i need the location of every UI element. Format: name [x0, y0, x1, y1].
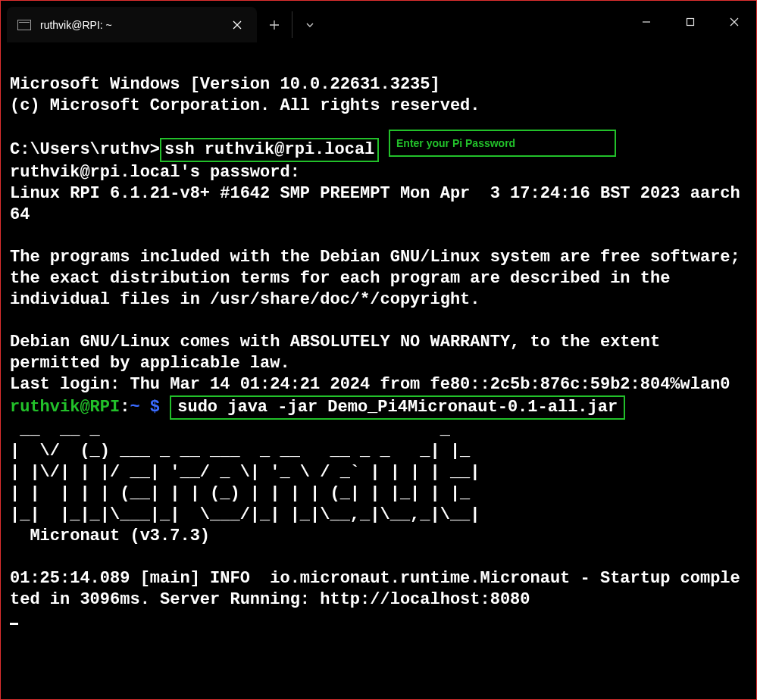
terminal-line: Microsoft Windows [Version 10.0.22631.32… [10, 75, 440, 94]
terminal-line: (c) Microsoft Corporation. All rights re… [10, 96, 480, 115]
plus-icon [269, 20, 280, 30]
terminal-cursor [10, 623, 18, 625]
close-window-button[interactable] [712, 1, 756, 42]
chevron-down-icon [305, 20, 314, 30]
motd-line: The programs included with the Debian GN… [10, 248, 740, 267]
ascii-banner-line: |_| |_|_|\___|_| \___/|_| |_|\__,_|\__,_… [10, 505, 480, 524]
close-icon [233, 20, 242, 30]
ascii-banner-line: | | | | | (__| | | (_) | | | | (_| | |_|… [10, 484, 480, 503]
java-command-highlight: sudo java -jar Demo_Pi4Micronaut-0.1-all… [170, 395, 625, 420]
ssh-command: ssh ruthvik@rpi.local [164, 140, 374, 159]
ascii-banner-line: Micronaut (v3.7.3) [10, 527, 210, 545]
tab-title: ruthvik@RPI: ~ [40, 19, 112, 31]
maximize-icon [686, 17, 695, 27]
password-annotation: Enter your Pi Password [389, 130, 616, 157]
rpi-prompt-path: ~ [130, 398, 139, 417]
win-prompt: C:\Users\ruthv> [10, 140, 160, 159]
tab-close-button[interactable] [228, 16, 246, 34]
password-prompt: ruthvik@rpi.local's password: [10, 163, 300, 182]
ascii-banner-line: | |\/| | |/ __| '__/ _ \| '_ \ / _` | | … [10, 463, 480, 482]
rpi-prompt-colon: : [120, 398, 130, 417]
ascii-banner-line: __ __ _ _ [10, 420, 480, 439]
log-line: 01:25:14.089 [main] INFO io.micronaut.ru… [10, 569, 740, 609]
ssh-command-highlight: ssh ruthvik@rpi.local [160, 138, 379, 162]
last-login-line: Last login: Thu Mar 14 01:24:21 2024 fro… [10, 375, 730, 394]
minimize-button[interactable] [624, 1, 668, 42]
close-icon [729, 17, 740, 27]
tab-dropdown-button[interactable] [292, 7, 327, 42]
motd-line: the exact distribution terms for each pr… [10, 269, 670, 288]
motd-line: Debian GNU/Linux comes with ABSOLUTELY N… [10, 333, 660, 352]
terminal-viewport[interactable]: Microsoft Windows [Version 10.0.22631.32… [1, 42, 756, 653]
svg-rect-0 [687, 18, 694, 25]
titlebar: ruthvik@RPI: ~ [1, 1, 756, 42]
maximize-button[interactable] [668, 1, 712, 42]
ascii-banner-line: | \/ (_) ___ _ __ ___ _ __ __ _ _ _| |_ [10, 442, 480, 461]
rpi-prompt-dollar: $ [150, 398, 160, 417]
motd-line: permitted by applicable law. [10, 354, 290, 373]
motd-line: individual files in /usr/share/doc/*/cop… [10, 290, 480, 309]
new-tab-button[interactable] [257, 7, 292, 42]
terminal-tab[interactable]: ruthvik@RPI: ~ [7, 7, 257, 42]
java-command: sudo java -jar Demo_Pi4Micronaut-0.1-all… [177, 398, 618, 417]
window-controls [624, 1, 756, 42]
uname-line: Linux RPI 6.1.21-v8+ #1642 SMP PREEMPT M… [10, 184, 740, 224]
minimize-icon [642, 17, 651, 27]
rpi-prompt-user: ruthvik@RPI [10, 398, 120, 417]
terminal-icon [17, 20, 31, 30]
